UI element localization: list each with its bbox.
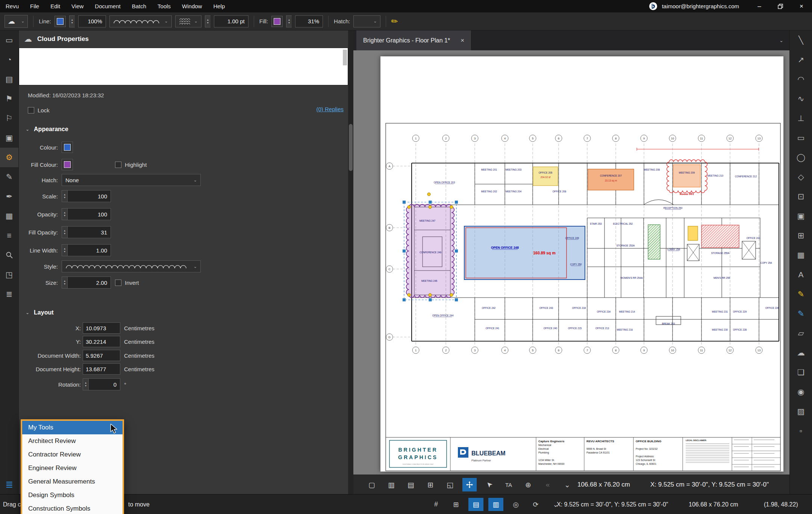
rotation-stepper[interactable]: ▴▾ xyxy=(83,378,88,390)
comment-box[interactable] xyxy=(19,48,348,85)
menu-batch[interactable]: Batch xyxy=(126,0,152,12)
cloud-tool-button[interactable]: ☁ ⌄ xyxy=(5,15,28,28)
size-value[interactable]: 2.00 xyxy=(67,277,111,289)
properties-icon[interactable]: ⚙ xyxy=(0,148,18,167)
zoom-tool-icon[interactable]: ⊕ xyxy=(521,478,535,491)
page-dropdown-icon[interactable]: ⌄ xyxy=(560,478,574,491)
line-color-swatch[interactable] xyxy=(55,16,66,27)
polyline-tool-icon[interactable]: ∿ xyxy=(790,89,812,109)
replies-link[interactable]: (0) Replies xyxy=(316,106,344,112)
x-field[interactable]: 10.0973 xyxy=(83,322,120,334)
layers-icon[interactable]: ≡ xyxy=(0,226,18,245)
file-access-icon[interactable]: ◔ xyxy=(0,50,18,70)
navigation-icon[interactable]: ◎ xyxy=(508,498,523,511)
fill-colour-swatch[interactable] xyxy=(62,159,73,170)
highlighter-mode-icon[interactable]: ✎ xyxy=(389,16,400,27)
highlight-checkbox[interactable] xyxy=(115,162,121,168)
menu-document[interactable]: Document xyxy=(89,0,126,12)
tool-set-item-general-measurements[interactable]: General Measurements xyxy=(22,475,123,488)
fill-opacity-value[interactable]: 31 xyxy=(67,226,111,238)
flags-icon[interactable]: ⚐ xyxy=(0,109,18,128)
line-tool-icon[interactable]: ╲ xyxy=(790,30,812,50)
search-icon[interactable] xyxy=(0,245,18,265)
opacity-stepper[interactable]: ▴▾ xyxy=(62,208,67,220)
tool-chest-icon[interactable]: ▣ xyxy=(0,128,18,148)
sync-icon[interactable]: ⟳ xyxy=(528,498,543,511)
appearance-section-header[interactable]: ⌄ Appearance xyxy=(26,124,68,135)
tool-set-item-contractor-review[interactable]: Contractor Review xyxy=(22,448,123,461)
tab-close-icon[interactable]: × xyxy=(461,37,464,44)
colour-swatch[interactable] xyxy=(62,142,73,153)
menu-view[interactable]: View xyxy=(66,0,89,12)
text-tool-icon[interactable]: A xyxy=(790,265,812,284)
menu-tools[interactable]: Tools xyxy=(152,0,176,12)
tool-set-item-my-tools[interactable]: My Tools xyxy=(22,421,123,434)
cloud-tool-icon[interactable]: ☁ xyxy=(790,343,812,363)
menu-edit[interactable]: Edit xyxy=(45,0,66,12)
menu-help[interactable]: Help xyxy=(208,0,230,12)
image-tool-icon[interactable]: ▨ xyxy=(790,402,812,421)
restore-button[interactable] xyxy=(770,0,791,12)
minimize-button[interactable]: – xyxy=(749,0,770,12)
select-text-icon[interactable]: TA xyxy=(501,478,516,491)
stamp-tool-icon[interactable]: ◉ xyxy=(790,382,812,402)
markup-mode-icon[interactable]: ▤ xyxy=(468,498,483,511)
menu-window[interactable]: Window xyxy=(176,0,208,12)
document-canvas[interactable]: 1122334455667788991010111112121313ABCDRo… xyxy=(353,50,789,475)
spaces-icon[interactable]: ▦ xyxy=(0,206,18,226)
opacity-value[interactable]: 100 xyxy=(67,208,111,220)
fill-opacity-stepper[interactable]: ▴▾ xyxy=(286,15,292,27)
eraser-tool-icon[interactable]: ▱ xyxy=(790,324,812,343)
pan-tool-icon[interactable] xyxy=(462,478,477,491)
scale-stepper[interactable]: ▴▾ xyxy=(62,190,67,202)
menu-revu[interactable]: Revu xyxy=(0,0,24,12)
tab-list-chevron-icon[interactable]: ⌄ xyxy=(779,38,783,43)
first-page-icon[interactable]: « xyxy=(541,478,555,491)
signatures-icon[interactable]: ✒ xyxy=(0,187,18,206)
line-width-value[interactable]: 1.00 pt xyxy=(214,15,248,27)
line-width-stepper[interactable]: ▴▾ xyxy=(62,244,67,256)
panel-scrollbar[interactable] xyxy=(348,30,353,494)
fill-color-swatch[interactable] xyxy=(271,16,283,27)
rotation-value[interactable]: 0 xyxy=(88,378,120,390)
bookmarks-icon[interactable]: ⚑ xyxy=(0,89,18,109)
rectangle-tool-icon[interactable]: ▭ xyxy=(790,128,812,148)
fit-page-icon[interactable]: ◱ xyxy=(443,478,457,491)
markups-icon[interactable]: ✎ xyxy=(0,167,18,187)
callout-tool-icon[interactable]: ❏ xyxy=(790,363,812,382)
rectangle-markup[interactable] xyxy=(464,226,585,280)
3d-model-icon[interactable]: ◳ xyxy=(0,265,18,284)
thumbnails-icon[interactable]: ▤ xyxy=(0,70,18,89)
size-stepper[interactable]: ▴▾ xyxy=(62,277,67,289)
style-select[interactable]: ⌄ xyxy=(62,260,201,272)
panel-scrollbar-thumb[interactable] xyxy=(349,124,353,171)
line-width-stepper[interactable]: ▴▾ xyxy=(205,15,211,27)
pen-tool-icon[interactable]: ✎ xyxy=(790,304,812,324)
hatch-dropdown[interactable]: ⌄ xyxy=(353,15,380,27)
tool-set-item-engineer-review[interactable]: Engineer Review xyxy=(22,461,123,475)
split-view-icon[interactable]: ⊞ xyxy=(423,478,438,491)
arc-tool-icon[interactable]: ◠ xyxy=(790,70,812,89)
dimension-tool-icon[interactable]: ⊥ xyxy=(790,109,812,128)
hatch-select[interactable]: None⌄ xyxy=(62,174,201,186)
lock-checkbox[interactable] xyxy=(28,107,34,113)
invert-checkbox[interactable] xyxy=(115,280,121,286)
document-tab[interactable]: Brighter Graphics - Floor Plan 1* × xyxy=(356,30,471,50)
layout-section-header[interactable]: ⌄ Layout xyxy=(26,307,54,318)
snap-toggle-icon[interactable]: ⊞ xyxy=(448,498,464,511)
multi-page-view-icon[interactable]: ▤ xyxy=(404,478,418,491)
line-pattern-dropdown[interactable]: ⌄ xyxy=(175,15,201,27)
y-field[interactable]: 30.2214 xyxy=(83,336,120,347)
line-width-value[interactable]: 1.00 xyxy=(67,244,111,256)
tool-set-item-design-symbols[interactable]: Design Symbols xyxy=(22,488,123,502)
grid-toggle-icon[interactable]: # xyxy=(429,498,444,511)
single-page-view-icon[interactable]: ▢ xyxy=(365,478,379,491)
select-tool-icon[interactable]: ➤ xyxy=(479,475,499,494)
fill-opacity-stepper[interactable]: ▴▾ xyxy=(62,226,67,238)
status-dropdown-icon[interactable]: ⌄ xyxy=(548,498,563,511)
region-tool-icon[interactable]: ▫ xyxy=(790,421,812,441)
document-width-field[interactable]: 5.9267 xyxy=(83,350,120,361)
floor-plan-page[interactable]: 1122334455667788991010111112121313ABCDRo… xyxy=(380,56,783,472)
document-height-field[interactable]: 13.6877 xyxy=(83,363,120,375)
grid-tool-icon[interactable]: ⊞ xyxy=(790,226,812,245)
